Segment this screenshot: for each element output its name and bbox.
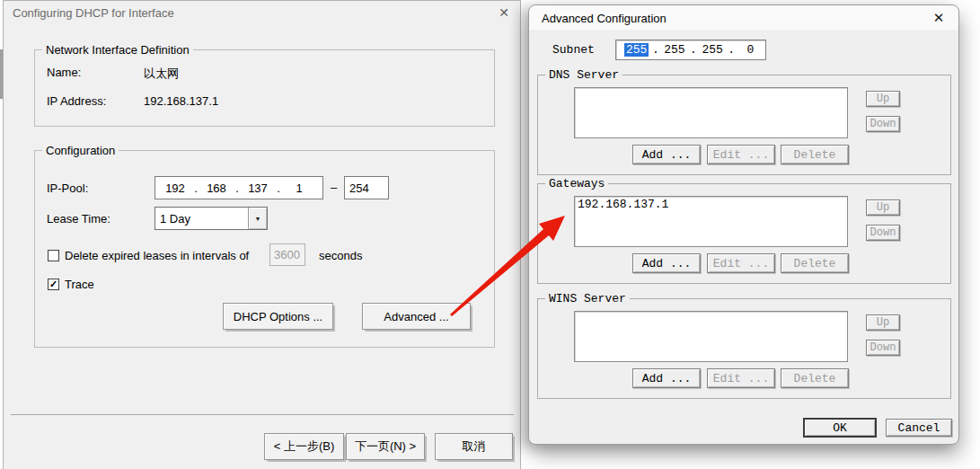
ip-dot: .: [690, 43, 698, 57]
ip-address-value: 192.168.137.1: [144, 94, 218, 108]
delete-expired-checkbox[interactable]: [48, 250, 59, 261]
ip-dot: .: [233, 181, 242, 195]
pool-end-value: 254: [349, 181, 369, 195]
edit-button[interactable]: Edit ...: [707, 253, 775, 273]
lease-time-value: 1 Day: [155, 208, 248, 229]
group-legend: Network Interface Definition: [42, 43, 193, 57]
dialog-title: Advanced Configuration: [542, 12, 667, 25]
group-legend: Configuration: [42, 144, 119, 157]
ip-dot: .: [651, 43, 659, 57]
edit-button[interactable]: Edit ...: [707, 368, 775, 388]
configuration-group: Configuration IP-Pool: 192.168.137.1 – 2…: [34, 150, 495, 348]
name-value: 以太网: [144, 66, 179, 82]
group-legend: Gateways: [545, 177, 608, 190]
back-button[interactable]: < 上一步(B): [264, 433, 344, 460]
ip-octet: 192: [159, 181, 191, 195]
seconds-label: seconds: [319, 249, 362, 262]
dns-server-list[interactable]: [574, 87, 848, 138]
ip-address-label: IP Address:: [47, 94, 106, 108]
close-icon[interactable]: ✕: [930, 9, 948, 27]
down-button[interactable]: Down: [866, 225, 900, 241]
ip-pool-end-input[interactable]: 254: [344, 176, 389, 199]
advanced-configuration-dialog: Advanced Configuration ✕ Subnet 255.255.…: [528, 4, 959, 445]
chevron-down-icon[interactable]: ▼: [248, 208, 267, 229]
trace-label: Trace: [65, 278, 94, 291]
wins-server-list[interactable]: [574, 311, 848, 362]
ip-dot: .: [728, 43, 736, 57]
gateways-list[interactable]: 192.168.137.1: [574, 196, 848, 247]
interval-input: 3600: [269, 243, 305, 266]
subnet-label: Subnet: [552, 43, 595, 57]
down-button[interactable]: Down: [866, 340, 900, 356]
down-button[interactable]: Down: [866, 116, 900, 132]
subnet-octet: 0: [736, 43, 765, 57]
ip-octet: 168: [200, 181, 233, 195]
delete-button[interactable]: Delete: [781, 253, 849, 273]
range-separator: –: [331, 181, 337, 194]
group-legend: WINS Server: [545, 292, 630, 305]
subnet-octet-selected: 255: [624, 43, 649, 57]
ip-octet: 137: [242, 181, 274, 195]
subnet-input[interactable]: 255.255.255.0: [615, 40, 766, 60]
edit-button[interactable]: Edit ...: [707, 145, 775, 164]
group-legend: DNS Server: [545, 68, 622, 82]
dhcp-options-button[interactable]: DHCP Options ...: [223, 303, 333, 330]
wins-server-group: WINS Server Up Down Add ... Edit ... Del…: [537, 298, 951, 399]
footer-separator: [11, 414, 514, 415]
ip-pool-start-input[interactable]: 192.168.137.1: [155, 176, 323, 199]
subnet-octet: 255: [697, 43, 727, 57]
cancel-button[interactable]: Cancel: [886, 419, 952, 437]
gateways-group: Gateways 192.168.137.1 Up Down Add ... E…: [537, 183, 951, 284]
dns-server-group: DNS Server Up Down Add ... Edit ... Dele…: [537, 75, 951, 175]
advanced-button[interactable]: Advanced ...: [362, 303, 471, 330]
name-label: Name:: [47, 66, 81, 79]
add-button[interactable]: Add ...: [632, 368, 701, 388]
next-button[interactable]: 下一页(N) >: [346, 433, 425, 460]
close-icon[interactable]: ✕: [496, 4, 512, 21]
delete-button[interactable]: Delete: [781, 145, 849, 164]
ip-octet: 1: [283, 181, 315, 195]
ip-dot: .: [191, 181, 200, 195]
subnet-octet: 255: [659, 43, 689, 57]
checkmark-icon: ✓: [49, 279, 57, 289]
ip-pool-label: IP-Pool:: [47, 181, 88, 195]
add-button[interactable]: Add ...: [632, 145, 701, 164]
up-button[interactable]: Up: [866, 314, 900, 331]
dhcp-wizard-dialog: Configuring DHCP for Interface ✕ Network…: [3, 0, 521, 469]
cancel-button[interactable]: 取消: [435, 433, 513, 460]
delete-button[interactable]: Delete: [781, 368, 849, 388]
network-interface-group: Network Interface Definition Name: 以太网 I…: [34, 49, 495, 127]
interval-value: 3600: [274, 248, 300, 261]
delete-expired-label: Delete expired leases in intervals of: [65, 249, 249, 262]
up-button[interactable]: Up: [866, 199, 900, 216]
add-button[interactable]: Add ...: [632, 253, 701, 273]
up-button[interactable]: Up: [866, 91, 900, 107]
list-item[interactable]: 192.168.137.1: [575, 197, 847, 212]
dialog-title: Configuring DHCP for Interface: [13, 6, 174, 20]
ip-dot: .: [274, 181, 283, 195]
lease-time-label: Lease Time:: [47, 212, 110, 226]
lease-time-select[interactable]: 1 Day ▼: [155, 207, 268, 230]
trace-checkbox[interactable]: ✓: [48, 279, 59, 290]
ok-button[interactable]: OK: [803, 418, 877, 438]
